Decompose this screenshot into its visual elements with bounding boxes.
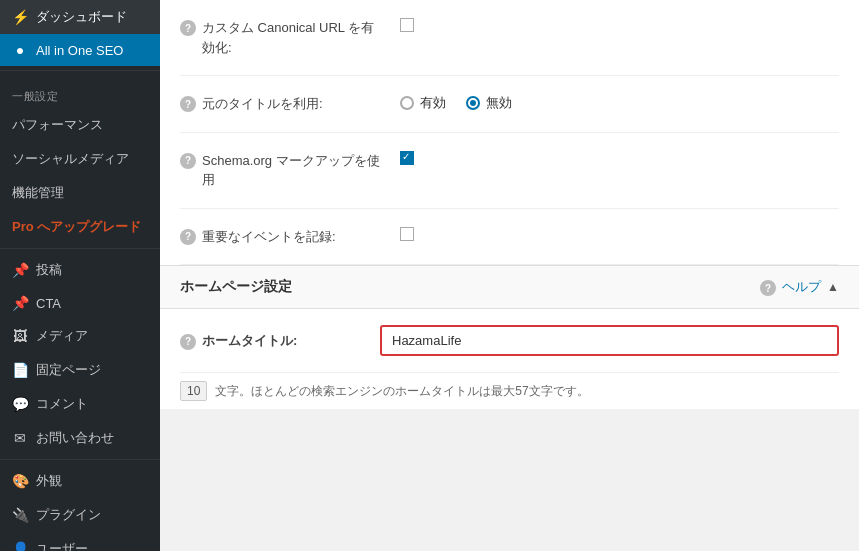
- sidebar-item-label: 投稿: [36, 261, 62, 279]
- comments-icon: 💬: [12, 396, 28, 412]
- sidebar-section-general: 一般設定: [0, 75, 160, 108]
- sidebar-item-contact[interactable]: ✉ お問い合わせ: [0, 421, 160, 455]
- checkbox-events[interactable]: [400, 227, 414, 241]
- sidebar-item-users[interactable]: 👤 ユーザー: [0, 532, 160, 551]
- sidebar-item-label: 外観: [36, 472, 62, 490]
- home-title-hint: 10 文字。ほとんどの検索エンジンのホームタイトルは最大57文字です。: [180, 373, 839, 409]
- sidebar-item-dashboard[interactable]: ⚡ ダッシュボード: [0, 0, 160, 34]
- setting-label-schema: ? Schema.org マークアップを使用: [180, 151, 400, 190]
- help-icon-canonical[interactable]: ?: [180, 20, 196, 36]
- sidebar-item-all-in-one-seo[interactable]: ● All in One SEO: [0, 34, 160, 66]
- help-icon-schema[interactable]: ?: [180, 153, 196, 169]
- home-title-label: ? ホームタイトル:: [180, 332, 380, 350]
- divider: [0, 459, 160, 460]
- sidebar-item-label: ユーザー: [36, 540, 88, 551]
- divider: [0, 70, 160, 71]
- help-icon-homepage[interactable]: ?: [760, 280, 776, 296]
- setting-control-schema: [400, 151, 839, 165]
- appearance-icon: 🎨: [12, 473, 28, 489]
- sidebar-item-appearance[interactable]: 🎨 外観: [0, 464, 160, 498]
- sidebar-item-pro-upgrade[interactable]: Pro へアップグレード: [0, 210, 160, 244]
- sidebar-item-label: 固定ページ: [36, 361, 101, 379]
- char-count: 10: [180, 381, 207, 401]
- seo-icon: ●: [12, 42, 28, 58]
- sidebar-item-label: 機能管理: [12, 184, 64, 202]
- section-toggle-icon[interactable]: ▲: [827, 280, 839, 294]
- sidebar-item-pages[interactable]: 📄 固定ページ: [0, 353, 160, 387]
- setting-label-events: ? 重要なイベントを記録:: [180, 227, 400, 247]
- help-icon-original-title[interactable]: ?: [180, 96, 196, 112]
- section-title: ホームページ設定: [180, 278, 292, 296]
- radio-valid[interactable]: [400, 96, 414, 110]
- posts-icon: 📌: [12, 262, 28, 278]
- sidebar-item-features[interactable]: 機能管理: [0, 176, 160, 210]
- sidebar-item-label: パフォーマンス: [12, 116, 103, 134]
- sidebar-item-label: CTA: [36, 296, 61, 311]
- homepage-settings-block: ? ホームタイトル: 10 文字。ほとんどの検索エンジンのホームタイトルは最大5…: [160, 309, 859, 409]
- radio-invalid[interactable]: [466, 96, 480, 110]
- help-icon-events[interactable]: ?: [180, 229, 196, 245]
- setting-label-original-title: ? 元のタイトルを利用:: [180, 94, 400, 114]
- homepage-section-header: ホームページ設定 ? ヘルプ ▲: [160, 265, 859, 309]
- setting-row-canonical: ? カスタム Canonical URL を有効化:: [180, 0, 839, 76]
- sidebar-item-label: プラグイン: [36, 506, 101, 524]
- sidebar-item-comments[interactable]: 💬 コメント: [0, 387, 160, 421]
- main-content: ? カスタム Canonical URL を有効化: ? 元のタイトルを利用: …: [160, 0, 859, 551]
- sidebar-item-label: Pro へアップグレード: [12, 218, 141, 236]
- sidebar-item-label: コメント: [36, 395, 88, 413]
- sidebar-item-plugins[interactable]: 🔌 プラグイン: [0, 498, 160, 532]
- sidebar-item-performance[interactable]: パフォーマンス: [0, 108, 160, 142]
- sidebar-item-posts[interactable]: 📌 投稿: [0, 253, 160, 287]
- users-icon: 👤: [12, 541, 28, 551]
- home-title-input[interactable]: [380, 325, 839, 356]
- sidebar-item-label: ダッシュボード: [36, 8, 127, 26]
- sidebar-item-label: お問い合わせ: [36, 429, 114, 447]
- section-help-button[interactable]: ? ヘルプ ▲: [760, 278, 839, 296]
- sidebar-item-label: ソーシャルメディア: [12, 150, 129, 168]
- cta-icon: 📌: [12, 295, 28, 311]
- dashboard-icon: ⚡: [12, 9, 28, 25]
- setting-control-canonical: [400, 18, 839, 32]
- contact-icon: ✉: [12, 430, 28, 446]
- media-icon: 🖼: [12, 328, 28, 344]
- sidebar-item-cta[interactable]: 📌 CTA: [0, 287, 160, 319]
- plugins-icon: 🔌: [12, 507, 28, 523]
- home-title-row: ? ホームタイトル:: [180, 309, 839, 373]
- checkbox-canonical[interactable]: [400, 18, 414, 32]
- sidebar-item-label: メディア: [36, 327, 88, 345]
- sidebar-item-social-media[interactable]: ソーシャルメディア: [0, 142, 160, 176]
- checkbox-schema[interactable]: [400, 151, 414, 165]
- setting-row-schema: ? Schema.org マークアップを使用: [180, 133, 839, 209]
- home-title-input-wrap: [380, 325, 839, 356]
- sidebar-item-label: All in One SEO: [36, 43, 123, 58]
- settings-block: ? カスタム Canonical URL を有効化: ? 元のタイトルを利用: …: [160, 0, 859, 265]
- help-icon-home-title[interactable]: ?: [180, 334, 196, 350]
- setting-row-original-title: ? 元のタイトルを利用: 有効 無効: [180, 76, 839, 133]
- pages-icon: 📄: [12, 362, 28, 378]
- setting-row-events: ? 重要なイベントを記録:: [180, 209, 839, 266]
- radio-option-valid[interactable]: 有効: [400, 94, 446, 112]
- divider: [0, 248, 160, 249]
- sidebar: ⚡ ダッシュボード ● All in One SEO 一般設定 パフォーマンス …: [0, 0, 160, 551]
- setting-label-canonical: ? カスタム Canonical URL を有効化:: [180, 18, 400, 57]
- sidebar-item-media[interactable]: 🖼 メディア: [0, 319, 160, 353]
- setting-control-original-title: 有効 無効: [400, 94, 839, 112]
- setting-control-events: [400, 227, 839, 241]
- radio-option-invalid[interactable]: 無効: [466, 94, 512, 112]
